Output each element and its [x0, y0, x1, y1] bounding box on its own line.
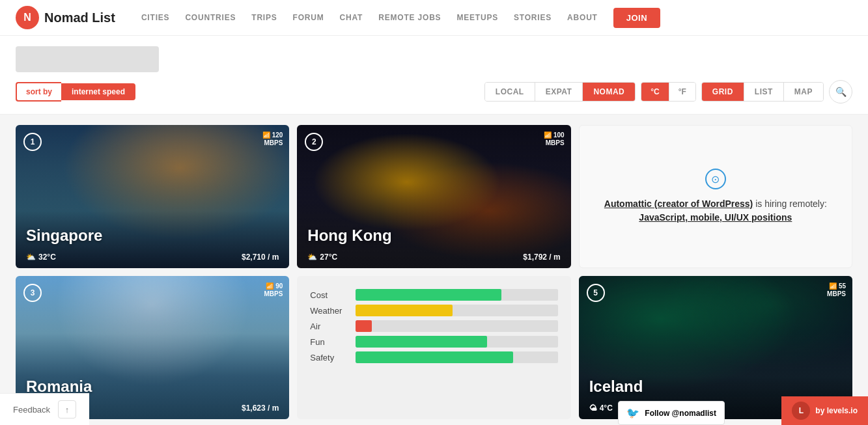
- sort-area: sort by internet speed: [16, 82, 135, 102]
- stat-bar-weather: [356, 305, 453, 316]
- stat-bar-fun: [356, 336, 487, 348]
- view-map[interactable]: MAP: [784, 83, 823, 101]
- wifi-icon-hk: 📶: [544, 131, 553, 139]
- nav-remote-jobs[interactable]: REMOTE JOBS: [378, 13, 441, 22]
- nav-stories[interactable]: STORIES: [514, 13, 552, 22]
- city-card-hongkong[interactable]: 2 📶 100MBPS Hong Kong ⛅ 27°C $1,792 / m: [297, 125, 570, 268]
- city-name-singapore: Singapore: [26, 226, 102, 245]
- ad-text: Automattic (creator of WordPress) is hir…: [604, 197, 827, 225]
- stat-row-safety: Safety: [310, 351, 557, 363]
- cost-toggle-group: LOCAL EXPAT NOMAD: [484, 82, 636, 102]
- join-button[interactable]: JOIN: [613, 8, 660, 28]
- city-rank-3: 3: [23, 284, 42, 302]
- stat-label-safety: Safety: [310, 353, 349, 363]
- temp-celsius[interactable]: °C: [641, 83, 669, 101]
- nav-countries[interactable]: COUNTRIES: [185, 13, 236, 22]
- nav-chat[interactable]: CHAT: [340, 13, 363, 22]
- ad-positions-link[interactable]: JavaScript, mobile, UI/UX positions: [639, 212, 792, 223]
- stat-row-weather: Weather: [310, 305, 557, 316]
- stat-bar-bg-fun: [356, 336, 557, 348]
- stat-label-cost: Cost: [310, 290, 349, 300]
- city-temp-iceland: 🌤 4°C: [589, 404, 613, 413]
- weather-icon-ic: 🌤: [589, 404, 597, 413]
- stat-row-fun: Fun: [310, 336, 557, 348]
- weather-icon-hk: ⛅: [307, 253, 317, 262]
- stat-label-fun: Fun: [310, 337, 349, 347]
- sort-label: sort by: [16, 82, 61, 102]
- city-temp-singapore: ⛅ 32°C: [26, 253, 56, 262]
- city-rank-5: 5: [587, 284, 605, 302]
- twitter-label: Follow @nomadlist: [645, 409, 716, 418]
- nav-cities[interactable]: CITIES: [141, 13, 169, 22]
- city-card-singapore[interactable]: 1 📶 120MBPS Singapore ⛅ 32°C $2,710 / m: [16, 125, 289, 268]
- brand-name: Nomad List: [44, 10, 115, 25]
- logo-icon: N: [16, 6, 39, 29]
- city-cost-hongkong: $1,792 / m: [523, 253, 560, 262]
- city-speed-iceland: 📶 55MBPS: [827, 282, 846, 298]
- sort-value[interactable]: internet speed: [61, 83, 135, 100]
- ad-company[interactable]: Automattic (creator of WordPress): [604, 199, 753, 209]
- city-overlay: [16, 125, 289, 268]
- city-name-iceland: Iceland: [589, 377, 643, 396]
- temp-toggle-group: °C °F: [641, 82, 696, 102]
- search-button[interactable]: 🔍: [829, 80, 852, 103]
- toggle-expat[interactable]: EXPAT: [535, 83, 583, 101]
- compass-icon: ⊙: [705, 169, 726, 189]
- stat-bar-bg-weather: [356, 305, 557, 316]
- filter-bar: sort by internet speed LOCAL EXPAT NOMAD…: [0, 36, 868, 115]
- weather-icon: ⛅: [26, 253, 36, 262]
- city-speed-hongkong: 📶 100MBPS: [544, 131, 564, 147]
- main-content: 1 📶 120MBPS Singapore ⛅ 32°C $2,710 / m …: [0, 115, 868, 425]
- city-rank-1: 1: [23, 133, 42, 151]
- view-list[interactable]: LIST: [744, 83, 784, 101]
- ad-card: ⊙ Automattic (creator of WordPress) is h…: [579, 125, 852, 268]
- stat-bar-bg-air: [356, 320, 557, 332]
- city-speed-romania: 📶 90MBPS: [264, 282, 283, 298]
- levels-badge[interactable]: L by levels.io: [781, 396, 868, 425]
- stat-row-air: Air: [310, 320, 557, 332]
- temp-fahrenheit[interactable]: °F: [669, 83, 695, 101]
- stat-bar-bg-cost: [356, 289, 557, 301]
- city-bottom-hongkong: ⛅ 27°C $1,792 / m: [307, 253, 560, 262]
- levels-avatar: L: [792, 402, 810, 420]
- nav-forum[interactable]: FORUM: [293, 13, 324, 22]
- filter-top-bar: [16, 46, 159, 72]
- levels-label: by levels.io: [815, 406, 858, 415]
- city-bottom-singapore: ⛅ 32°C $2,710 / m: [26, 253, 279, 262]
- stat-bar-cost: [356, 289, 501, 301]
- toggle-local[interactable]: LOCAL: [485, 83, 535, 101]
- feedback-bar: Feedback ↑: [0, 393, 89, 425]
- city-cost-singapore: $2,710 / m: [242, 253, 279, 262]
- city-grid: 1 📶 120MBPS Singapore ⛅ 32°C $2,710 / m …: [16, 125, 852, 419]
- wifi-icon: 📶: [262, 131, 272, 139]
- stat-bar-air: [356, 320, 372, 332]
- stat-label-weather: Weather: [310, 306, 349, 316]
- ad-inner: ⊙ Automattic (creator of WordPress) is h…: [604, 169, 827, 225]
- search-icon: 🔍: [835, 87, 847, 97]
- feedback-label: Feedback: [13, 405, 50, 415]
- view-grid[interactable]: GRID: [702, 83, 744, 101]
- nav-about[interactable]: ABOUT: [567, 13, 598, 22]
- stat-bar-bg-safety: [356, 351, 557, 363]
- stat-label-air: Air: [310, 322, 349, 331]
- city-name-hongkong: Hong Kong: [307, 226, 391, 245]
- wifi-icon-ic: 📶: [829, 282, 839, 290]
- view-controls: LOCAL EXPAT NOMAD °C °F GRID LIST MAP 🔍: [484, 80, 852, 103]
- twitter-follow-button[interactable]: 🐦 Follow @nomadlist: [618, 401, 725, 425]
- header: N Nomad List CITIES COUNTRIES TRIPS FORU…: [0, 0, 868, 36]
- toggle-nomad[interactable]: NOMAD: [583, 83, 635, 101]
- city-overlay-hk: [297, 125, 570, 268]
- feedback-arrow-button[interactable]: ↑: [58, 400, 76, 418]
- twitter-icon: 🐦: [626, 407, 639, 419]
- logo-area[interactable]: N Nomad List: [16, 6, 115, 29]
- nav-meetups[interactable]: MEETUPS: [456, 13, 498, 22]
- filter-row: sort by internet speed LOCAL EXPAT NOMAD…: [16, 80, 852, 103]
- nav-trips[interactable]: TRIPS: [251, 13, 277, 22]
- stat-row-cost: Cost: [310, 289, 557, 301]
- arrow-up-icon: ↑: [65, 405, 70, 415]
- city-speed-singapore: 📶 120MBPS: [262, 131, 283, 147]
- stats-card: Cost Weather Air Fun: [297, 276, 570, 419]
- main-nav: CITIES COUNTRIES TRIPS FORUM CHAT REMOTE…: [141, 8, 852, 28]
- ad-hiring: is hiring remotely:: [755, 199, 827, 209]
- stat-bar-safety: [356, 351, 513, 363]
